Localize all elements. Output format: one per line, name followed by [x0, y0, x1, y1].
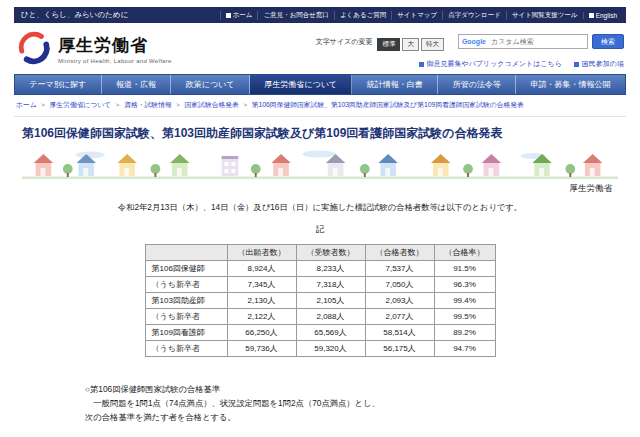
table-cell: 2,093人: [365, 293, 434, 309]
google-brand-label: Google: [462, 38, 486, 45]
breadcrumb-separator: ＞: [114, 101, 121, 108]
criteria-line: 次の合格基準を満たす者を合格とする。: [85, 412, 555, 423]
font-size-button-0[interactable]: 標準: [377, 38, 400, 51]
table-cell: 2,122人: [227, 309, 296, 325]
results-table-header-row: （出願者数）（受験者数）（合格者数）（合格率）: [145, 245, 495, 261]
top-link-label: よくあるご質問: [340, 11, 386, 20]
header-quick-links: 御意見募集やパブリックコメントはこちら国民参加の場: [419, 59, 624, 69]
table-cell: 7,537人: [365, 261, 434, 277]
breadcrumb-separator: ＞: [242, 101, 249, 108]
intro-text: 令和2年2月13日（木）、14日（金）及び16日（日）に実施した標記試験の合格者…: [85, 202, 555, 213]
top-link[interactable]: ご意見・お問合せ窓口: [257, 11, 333, 20]
breadcrumb: ホーム＞厚生労働省について＞資格・試験情報＞国家試験合格発表＞第106回保健師国…: [14, 95, 626, 117]
breadcrumb-item[interactable]: 国家試験合格発表: [185, 101, 239, 108]
header-link[interactable]: 国民参加の場: [574, 59, 624, 69]
header-tools: 文字サイズの変更 標準大特大 Google 検索 御意見募集やパブリックコメント…: [316, 29, 624, 69]
row-label: 第109回看護師: [145, 325, 227, 341]
column-header: （受験者数）: [296, 245, 365, 261]
table-cell: 7,050人: [365, 277, 434, 293]
top-link[interactable]: 点字ダウンロード: [442, 11, 506, 20]
globe-icon: [589, 13, 594, 18]
mhlw-logo-block[interactable]: 厚生労働省 Ministry of Health, Labour and Wel…: [16, 29, 172, 69]
home-icon: [226, 13, 231, 18]
table-cell: 96.3%: [434, 277, 495, 293]
table-cell: 99.4%: [434, 293, 495, 309]
column-header: （出願者数）: [227, 245, 296, 261]
table-row: 第109回看護師66,250人65,569人58,514人89.2%: [145, 325, 495, 341]
mhlw-logo-icon: [16, 29, 52, 69]
town-illustration-banner: [22, 149, 618, 179]
font-size-button-2[interactable]: 特大: [421, 38, 444, 51]
ki-heading: 記: [85, 224, 555, 236]
site-tagline: ひと、くらし、みらいのために: [21, 10, 128, 20]
breadcrumb-item: 第106回保健師国家試験、第103回助産師国家試験及び第109回看護師国家試験の…: [252, 101, 524, 108]
row-label: （うち新卒者: [145, 277, 227, 293]
table-row: （うち新卒者2,122人2,088人2,077人99.5%: [145, 309, 495, 325]
top-utility-bar: ひと、くらし、みらいのために ホームご意見・お問合せ窓口よくあるご質問サイトマッ…: [14, 7, 626, 23]
breadcrumb-separator: ＞: [175, 101, 182, 108]
row-label: （うち新卒者: [145, 309, 227, 325]
nav-item-1[interactable]: 報道・広報: [102, 75, 172, 94]
results-table: （出願者数）（受験者数）（合格者数）（合格率） 第106回保健師8,924人8,…: [145, 244, 496, 357]
top-link[interactable]: よくあるご質問: [334, 11, 391, 20]
top-link-label: サイトマップ: [397, 11, 437, 20]
table-cell: 89.2%: [434, 325, 495, 341]
font-size-button-1[interactable]: 大: [402, 38, 419, 51]
mhlw-page: ひと、くらし、みらいのために ホームご意見・お問合せ窓口よくあるご質問サイトマッ…: [14, 7, 626, 437]
page-title: 第106回保健師国家試験、第103回助産師国家試験及び第109回看護師国家試験の…: [22, 125, 618, 142]
table-cell: 99.5%: [434, 309, 495, 325]
nav-item-0[interactable]: テーマ別に探す: [15, 75, 102, 94]
top-link[interactable]: サイト閲覧支援ツール: [506, 11, 583, 20]
top-link[interactable]: English: [583, 12, 622, 19]
table-cell: 65,569人: [296, 325, 365, 341]
nav-item-3[interactable]: 厚生労働省について: [250, 75, 353, 94]
top-link-label: 点字ダウンロード: [448, 11, 501, 20]
ministry-name-label: 厚生労働省: [22, 183, 612, 195]
table-cell: 8,233人: [296, 261, 365, 277]
table-row: 第103回助産師2,130人2,105人2,093人99.4%: [145, 293, 495, 309]
row-label: 第106回保健師: [145, 261, 227, 277]
search-input[interactable]: [489, 37, 584, 46]
participation-icon: [574, 62, 579, 67]
top-link-label: English: [596, 12, 617, 19]
table-cell: 66,250人: [227, 325, 296, 341]
top-links: ホームご意見・お問合せ窓口よくあるご質問サイトマップ点字ダウンロードサイト閲覧支…: [220, 7, 622, 23]
table-cell: 59,736人: [227, 341, 296, 357]
top-link[interactable]: ホーム: [220, 11, 258, 20]
table-row: （うち新卒者59,736人59,320人56,175人94.7%: [145, 341, 495, 357]
main-nav: テーマ別に探す報道・広報政策について厚生労働省について統計情報・白書所管の法令等…: [14, 74, 626, 95]
nav-item-4[interactable]: 統計情報・白書: [352, 75, 438, 94]
table-cell: 56,175人: [365, 341, 434, 357]
search-box: Google: [458, 34, 588, 49]
table-cell: 2,130人: [227, 293, 296, 309]
breadcrumb-item[interactable]: 資格・試験情報: [124, 101, 172, 108]
header-link[interactable]: 御意見募集やパブリックコメントはこちら: [419, 59, 562, 69]
table-cell: 8,924人: [227, 261, 296, 277]
top-link-label: ご意見・お問合せ窓口: [263, 11, 328, 20]
breadcrumb-separator: ＞: [40, 101, 47, 108]
table-cell: 2,088人: [296, 309, 365, 325]
nav-item-6[interactable]: 申請・募集・情報公開: [516, 75, 625, 94]
column-header: [145, 245, 227, 261]
announcement-body: 令和2年2月13日（木）、14日（金）及び16日（日）に実施した標記試験の合格者…: [85, 202, 555, 437]
header-link-label: 御意見募集やパブリックコメントはこちら: [427, 59, 562, 69]
results-table-body: 第106回保健師8,924人8,233人7,537人91.5%（うち新卒者7,3…: [145, 261, 495, 357]
nav-item-2[interactable]: 政策について: [171, 75, 250, 94]
breadcrumb-item[interactable]: ホーム: [16, 101, 37, 108]
font-size-buttons: 標準大特大: [376, 32, 445, 51]
table-cell: 2,105人: [296, 293, 365, 309]
content: 第106回保健師国家試験、第103回助産師国家試験及び第109回看護師国家試験の…: [14, 117, 626, 437]
top-link[interactable]: サイトマップ: [391, 11, 442, 20]
table-cell: 94.7%: [434, 341, 495, 357]
site-subtitle: Ministry of Health, Labour and Welfare: [58, 58, 172, 64]
column-header: （合格者数）: [365, 245, 434, 261]
nav-item-5[interactable]: 所管の法令等: [438, 75, 516, 94]
megaphone-icon: [419, 62, 424, 67]
table-row: （うち新卒者7,345人7,318人7,050人96.3%: [145, 277, 495, 293]
table-cell: 2,077人: [365, 309, 434, 325]
breadcrumb-item[interactable]: 厚生労働省について: [50, 101, 112, 108]
site-title: 厚生労働省: [58, 34, 172, 57]
search-button[interactable]: 検索: [592, 34, 624, 49]
row-label: 第103回助産師: [145, 293, 227, 309]
table-cell: 59,320人: [296, 341, 365, 357]
